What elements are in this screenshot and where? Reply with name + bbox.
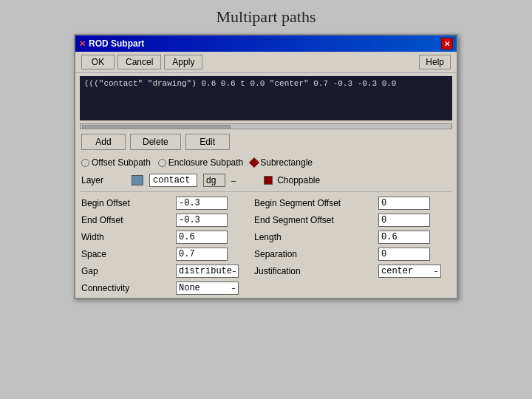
gap-label: Gap [81, 266, 170, 276]
end-offset-label: End Offset [81, 215, 170, 225]
connectivity-dropdown-arrow: – [231, 284, 236, 293]
begin-offset-input-wrap [176, 197, 248, 210]
toolbar: OK Cancel Apply Help [75, 52, 457, 73]
toolbar-left: OK Cancel Apply [81, 55, 202, 69]
begin-segment-offset-label: Begin Segment Offset [254, 198, 372, 208]
justification-label: Justification [254, 266, 372, 276]
gap-dropdown-arrow: – [232, 267, 236, 276]
width-input-wrap [176, 231, 248, 244]
begin-segment-offset-input[interactable] [378, 197, 430, 210]
justification-dropdown[interactable]: center – [378, 265, 441, 278]
enclosure-subpath-label: Enclosure Subpath [168, 157, 243, 168]
choppable-checkbox[interactable] [264, 176, 273, 185]
subrectangle-icon [249, 157, 259, 168]
layer-label: Layer [81, 175, 126, 185]
begin-offset-label: Begin Offset [81, 198, 170, 208]
justification-dropdown-wrap[interactable]: center – [378, 265, 451, 278]
edit-button[interactable]: Edit [185, 134, 230, 150]
subrectangle-label: Subrectangle [260, 157, 313, 168]
gap-dropdown-wrap[interactable]: distribute – [176, 265, 248, 278]
offset-subpath-label: Offset Subpath [92, 157, 151, 168]
subrectangle-option[interactable]: Subrectangle [250, 157, 313, 168]
horizontal-scrollbar[interactable] [80, 123, 452, 129]
length-input[interactable] [378, 231, 430, 244]
space-label: Space [81, 249, 170, 259]
scrollbar-thumb [82, 125, 231, 129]
options-row: Offset Subpath Enclosure Subpath Subrect… [75, 154, 457, 171]
connectivity-dropdown[interactable]: None – [176, 282, 239, 295]
layer-color-box [132, 175, 143, 185]
close-button[interactable]: ✕ [441, 38, 453, 50]
separator-1 [80, 191, 452, 192]
connectivity-label: Connectivity [81, 283, 170, 293]
command-area: ((("contact" "drawing") 0.6 0.6 t 0.0 "c… [80, 76, 452, 120]
add-button[interactable]: Add [81, 134, 126, 150]
connectivity-dropdown-wrap[interactable]: None – [176, 282, 248, 295]
title-bar-left: ✕ ROD Subpart [79, 38, 144, 49]
help-button[interactable]: Help [419, 55, 451, 69]
enclosure-subpath-radio[interactable] [158, 159, 166, 167]
begin-offset-input[interactable] [176, 197, 228, 210]
separation-label: Separation [254, 249, 372, 259]
end-segment-offset-label: End Segment Offset [254, 215, 372, 225]
choppable-label: Choppable [277, 175, 320, 185]
title-bar: ✕ ROD Subpart ✕ [75, 35, 457, 52]
end-segment-offset-input-wrap [378, 214, 451, 227]
connectivity-value: None [179, 283, 200, 293]
separation-input[interactable] [378, 248, 430, 261]
enclosure-subpath-option[interactable]: Enclosure Subpath [158, 157, 243, 168]
title-icon: ✕ [79, 39, 86, 49]
dialog-window: ✕ ROD Subpart ✕ OK Cancel Apply Help (((… [74, 34, 458, 299]
width-label: Width [81, 232, 170, 242]
length-label: Length [254, 232, 372, 242]
end-segment-offset-input[interactable] [378, 214, 430, 227]
apply-button[interactable]: Apply [164, 55, 202, 69]
end-offset-input-wrap [176, 214, 248, 227]
end-offset-input[interactable] [176, 214, 228, 227]
space-input[interactable] [176, 248, 228, 261]
page-title: Multipart paths [216, 7, 316, 27]
layer-name-input[interactable] [149, 174, 197, 187]
choppable-row: Choppable [264, 175, 320, 185]
action-row: Add Delete Edit [75, 129, 457, 154]
layer-purpose-input[interactable] [203, 174, 225, 187]
width-input[interactable] [176, 231, 228, 244]
space-input-wrap [176, 248, 248, 261]
cancel-button[interactable]: Cancel [117, 55, 161, 69]
offset-subpath-option[interactable]: Offset Subpath [81, 157, 151, 168]
dialog-title: ROD Subpart [89, 38, 144, 49]
separation-input-wrap [378, 248, 451, 261]
layer-row: Layer – Choppable [75, 171, 457, 190]
ok-button[interactable]: OK [81, 55, 115, 69]
offset-subpath-radio[interactable] [81, 159, 89, 167]
begin-segment-offset-input-wrap [378, 197, 451, 210]
justification-value: center [381, 266, 413, 276]
command-text: ((("contact" "drawing") 0.6 0.6 t 0.0 "c… [84, 79, 396, 88]
delete-button[interactable]: Delete [130, 134, 181, 150]
form-grid: Begin Offset Begin Segment Offset End Of… [75, 194, 457, 298]
gap-dropdown[interactable]: distribute – [176, 265, 239, 278]
justification-dropdown-arrow: – [434, 267, 438, 276]
gap-value: distribute [179, 266, 232, 276]
length-input-wrap [378, 231, 451, 244]
layer-dropdown-arrow[interactable]: – [231, 176, 236, 185]
